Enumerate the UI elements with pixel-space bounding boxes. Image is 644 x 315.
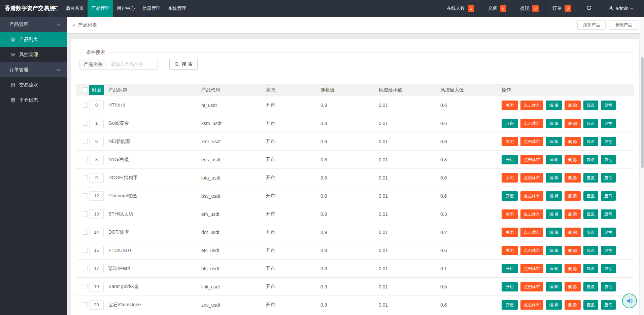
row-sort-input[interactable]	[89, 246, 104, 255]
show-profit-button[interactable]: 显盈	[583, 173, 598, 183]
delete-button[interactable]: 删 除	[565, 246, 580, 255]
market-rest-button[interactable]: 点击休市	[520, 209, 543, 219]
toggle-market-button[interactable]: 开启	[502, 191, 518, 201]
toggle-market-button[interactable]: 关闭	[502, 209, 518, 219]
row-checkbox[interactable]	[83, 248, 88, 253]
show-profit-button[interactable]: 显盈	[583, 155, 598, 164]
show-loss-button[interactable]: 显亏	[601, 173, 616, 183]
market-rest-button[interactable]: 点击休市	[520, 155, 543, 164]
user-menu[interactable]: admin	[600, 0, 644, 17]
nav-stat-2[interactable]: 充值 0	[481, 0, 513, 17]
delete-button[interactable]: 删 除	[565, 191, 580, 201]
toggle-market-button[interactable]: 关闭	[502, 228, 518, 237]
show-profit-button[interactable]: 显盈	[583, 191, 598, 201]
row-sort-input[interactable]	[89, 282, 104, 291]
delete-product-button[interactable]: 删除产品	[610, 21, 638, 30]
show-loss-button[interactable]: 显亏	[601, 155, 616, 164]
show-loss-button[interactable]: 显亏	[601, 264, 616, 273]
row-checkbox[interactable]	[83, 211, 88, 216]
edit-button[interactable]: 编 辑	[546, 246, 562, 255]
edit-button[interactable]: 编 辑	[546, 101, 562, 110]
edit-button[interactable]: 编 辑	[546, 209, 562, 219]
row-sort-input[interactable]	[89, 119, 104, 128]
row-sort-input[interactable]	[89, 191, 104, 201]
nav-item-5[interactable]: 系统管理	[164, 0, 190, 17]
row-sort-input[interactable]	[89, 173, 104, 183]
nav-item-2[interactable]: 产品管理	[88, 0, 113, 17]
show-profit-button[interactable]: 显盈	[583, 119, 598, 128]
sidebar-item-5[interactable]: 交易流水	[0, 77, 67, 92]
toggle-market-button[interactable]: 开启	[502, 119, 518, 128]
sidebar-item-3[interactable]: 风控管理	[0, 47, 67, 62]
delete-button[interactable]: 删 除	[565, 155, 580, 164]
edit-button[interactable]: 编 辑	[546, 155, 562, 164]
toggle-market-button[interactable]: 开启	[502, 155, 518, 164]
row-sort-input[interactable]	[89, 300, 104, 310]
delete-button[interactable]: 删 除	[565, 209, 580, 219]
show-loss-button[interactable]: 显亏	[601, 209, 616, 219]
row-checkbox[interactable]	[83, 266, 88, 271]
row-sort-input[interactable]	[89, 264, 104, 273]
toggle-market-button[interactable]: 开启	[502, 264, 518, 273]
delete-button[interactable]: 删 除	[565, 264, 580, 273]
row-checkbox[interactable]	[83, 121, 88, 126]
edit-button[interactable]: 编 辑	[546, 173, 562, 183]
show-profit-button[interactable]: 显盈	[583, 264, 598, 273]
market-rest-button[interactable]: 点击休市	[520, 119, 543, 128]
nav-item-3[interactable]: 用户中心	[113, 0, 139, 17]
market-rest-button[interactable]: 点击休市	[520, 173, 543, 183]
show-profit-button[interactable]: 显盈	[583, 246, 598, 255]
market-rest-button[interactable]: 点击休市	[520, 300, 543, 310]
edit-button[interactable]: 编 辑	[546, 300, 562, 310]
delete-button[interactable]: 删 除	[565, 228, 580, 237]
row-sort-input[interactable]	[89, 101, 104, 110]
show-loss-button[interactable]: 显亏	[601, 137, 616, 146]
row-checkbox[interactable]	[83, 193, 88, 198]
edit-button[interactable]: 编 辑	[546, 119, 562, 128]
refresh-button-navbar[interactable]	[578, 0, 600, 17]
show-profit-button[interactable]: 显盈	[583, 209, 598, 219]
delete-button[interactable]: 删 除	[565, 282, 580, 291]
market-rest-button[interactable]: 点击休市	[520, 282, 543, 291]
row-checkbox[interactable]	[83, 230, 88, 235]
row-checkbox[interactable]	[83, 302, 88, 307]
search-button[interactable]: 搜 索	[169, 59, 198, 70]
toggle-market-button[interactable]: 关闭	[502, 246, 518, 255]
delete-button[interactable]: 删 除	[565, 173, 580, 183]
market-rest-button[interactable]: 点击休市	[520, 264, 543, 273]
delete-button[interactable]: 删 除	[565, 101, 580, 110]
market-rest-button[interactable]: 点击休市	[520, 246, 543, 255]
show-loss-button[interactable]: 显亏	[601, 228, 616, 237]
edit-button[interactable]: 编 辑	[546, 264, 562, 273]
row-checkbox[interactable]	[83, 284, 88, 289]
toggle-market-button[interactable]: 开启	[502, 300, 518, 310]
market-rest-button[interactable]: 点击休市	[520, 191, 543, 201]
row-checkbox[interactable]	[83, 175, 88, 180]
edit-button[interactable]: 编 辑	[546, 282, 562, 291]
scrollbar-thumb[interactable]	[641, 57, 644, 168]
show-profit-button[interactable]: 显盈	[583, 101, 598, 110]
vertical-scrollbar[interactable]	[640, 17, 644, 315]
sidebar-item-1[interactable]: 产品管理	[0, 17, 67, 32]
sidebar-item-6[interactable]: 平仓日志	[0, 92, 67, 108]
toggle-market-button[interactable]: 关闭	[502, 137, 518, 146]
sidebar-item-4[interactable]: 订单管理	[0, 62, 67, 77]
row-checkbox[interactable]	[83, 103, 88, 108]
edit-button[interactable]: 编 辑	[546, 228, 562, 237]
show-loss-button[interactable]: 显亏	[601, 246, 616, 255]
edit-button[interactable]: 编 辑	[546, 137, 562, 146]
product-name-input[interactable]	[107, 59, 158, 70]
show-loss-button[interactable]: 显亏	[601, 300, 616, 310]
show-profit-button[interactable]: 显盈	[583, 228, 598, 237]
delete-button[interactable]: 删 除	[565, 300, 580, 310]
nav-item-1[interactable]: 后台首页	[62, 0, 88, 17]
show-loss-button[interactable]: 显亏	[601, 282, 616, 291]
show-profit-button[interactable]: 显盈	[583, 282, 598, 291]
toggle-market-button[interactable]: 开启	[502, 282, 518, 291]
show-profit-button[interactable]: 显盈	[583, 137, 598, 146]
row-sort-input[interactable]	[89, 209, 104, 219]
row-sort-input[interactable]	[89, 155, 104, 164]
announcement-widget[interactable]	[622, 293, 637, 308]
show-loss-button[interactable]: 显亏	[601, 119, 616, 128]
toggle-market-button[interactable]: 关闭	[502, 173, 518, 183]
